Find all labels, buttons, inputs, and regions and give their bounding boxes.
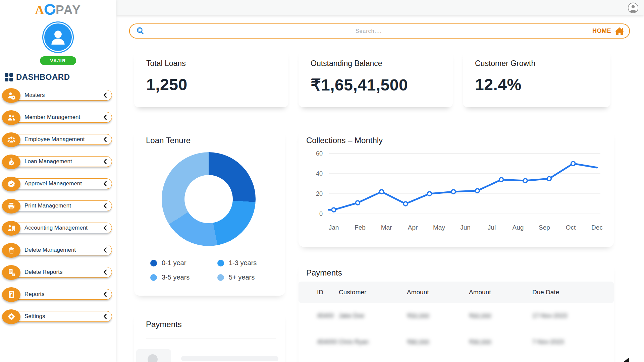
user-account-icon[interactable]	[628, 2, 639, 13]
legend-item[interactable]: 1-3 years	[217, 259, 257, 267]
svg-text:Dec: Dec	[591, 224, 603, 231]
sidebar-item-approvel-management[interactable]: Approvel Management	[3, 178, 112, 189]
top-band	[116, 0, 644, 15]
stat-card-customer-growth: Customer Growth12.4%	[463, 50, 610, 107]
payments-list-title: Payments	[146, 320, 182, 329]
payments-table-header: IDCustomerAmountAmountDue Date	[299, 282, 614, 303]
chevron-left-icon	[103, 269, 107, 275]
sidebar-menu: MastersMember ManagementEmployee Managem…	[0, 90, 116, 333]
chevron-left-icon	[103, 115, 107, 120]
table-cell-redacted: Jake Doe	[339, 312, 407, 319]
dashboard-grid-icon	[5, 73, 13, 81]
sidebar-item-accounting-management[interactable]: Accounting Management	[3, 223, 112, 233]
payments-table-card: Payments IDCustomerAmountAmountDue Date …	[299, 262, 614, 362]
svg-text:Oct: Oct	[566, 224, 576, 231]
svg-text:Jul: Jul	[488, 224, 496, 231]
chevron-left-icon	[103, 247, 107, 253]
loan-tenure-donut-chart	[162, 152, 256, 246]
username-badge: VAJIR	[40, 56, 76, 65]
sidebar-item-loan-management[interactable]: Loan Management	[3, 156, 112, 167]
svg-text:Aug: Aug	[513, 224, 524, 231]
main-area: HOME Total Loans1,250Outstanding Balance…	[116, 0, 644, 362]
sidebar-item-masters[interactable]: Masters	[3, 90, 112, 101]
payments-list-card: Payments	[134, 312, 285, 362]
gear-icon	[2, 309, 20, 324]
sidebar-item-print-management[interactable]: Print Management	[3, 200, 112, 211]
column-header: ID	[317, 289, 339, 296]
corner-resize-mark	[624, 357, 629, 362]
avatar-placeholder	[148, 354, 158, 362]
search-bar: HOME	[129, 23, 630, 39]
chevron-left-icon	[103, 159, 107, 164]
column-header: Customer	[339, 289, 407, 296]
search-icon	[136, 26, 145, 36]
people-icon	[2, 110, 20, 125]
printer-icon	[2, 199, 20, 214]
report-icon	[2, 287, 20, 302]
stat-label: Customer Growth	[475, 59, 598, 68]
sidebar-item-delete-reports[interactable]: Delete Reports	[3, 267, 112, 278]
chevron-left-icon	[103, 314, 107, 319]
badge-check-icon	[2, 177, 20, 191]
svg-text:0: 0	[319, 210, 323, 217]
collections-card: Collections – Monthly 0204060JanFebMarAp…	[299, 129, 614, 247]
sidebar-item-label: Accounting Management	[24, 225, 88, 231]
person-building-icon	[2, 221, 20, 236]
legend-item[interactable]: 5+ years	[217, 274, 257, 281]
table-cell-redacted: ₹60,000	[469, 312, 532, 320]
legend-label: 5+ years	[229, 274, 255, 281]
dashboard-label: DASHBOARD	[16, 72, 70, 82]
table-cell-redacted: 7-Nov-2023	[532, 339, 614, 346]
stat-label: Outstanding Balance	[311, 59, 441, 68]
sidebar-item-member-management[interactable]: Member Management	[3, 112, 112, 123]
chevron-left-icon	[103, 93, 107, 98]
chevron-left-icon	[103, 225, 107, 231]
stat-value: 1,250	[146, 75, 276, 94]
loan-tenure-title: Loan Tenure	[146, 136, 191, 145]
sidebar-item-label: Member Management	[24, 114, 80, 121]
sidebar-item-label: Print Management	[24, 202, 71, 209]
dashboard-header[interactable]: DASHBOARD	[5, 72, 70, 82]
person-gear-icon	[2, 88, 20, 103]
sidebar-item-label: Loan Management	[24, 158, 72, 165]
stat-label: Total Loans	[146, 59, 276, 68]
table-cell-redacted: 45400	[317, 312, 339, 319]
chevron-left-icon	[103, 181, 107, 186]
search-input[interactable]	[145, 28, 592, 34]
payments-table-title: Payments	[306, 268, 342, 278]
legend-item[interactable]: 3-5 years	[150, 274, 217, 281]
table-row[interactable]: 454000Chris Ryan₹80,000₹90,0007-Nov-2023	[299, 329, 614, 355]
logo-letter-a: A	[35, 3, 44, 17]
sidebar-item-settings[interactable]: Settings	[3, 311, 112, 322]
svg-text:Sep: Sep	[539, 224, 550, 231]
legend-label: 0-1 year	[162, 259, 186, 267]
table-row[interactable]: 45400Jake Doe₹50,000₹60,00017-Nov-2023	[299, 303, 614, 329]
table-cell-redacted: ₹50,000	[407, 312, 469, 320]
legend-label: 1-3 years	[229, 259, 257, 267]
table-cell-redacted: 17-Nov-2023	[532, 312, 614, 319]
svg-text:60: 60	[316, 150, 323, 157]
sidebar-item-employee-management[interactable]: Employee Management	[3, 134, 112, 145]
logo-letters-pay: PAY	[56, 3, 81, 17]
chevron-left-icon	[103, 292, 107, 297]
svg-text:20: 20	[316, 190, 323, 197]
legend-dot	[150, 260, 157, 266]
stat-value: 12.4%	[475, 75, 598, 94]
home-icon	[614, 26, 625, 36]
sidebar-item-label: Masters	[24, 92, 45, 99]
legend-item[interactable]: 0-1 year	[150, 259, 217, 267]
sidebar-item-delete-management[interactable]: Delete Management	[3, 245, 112, 255]
stat-card-outstanding-balance: Outstanding Balance₹1,65,41,500	[299, 50, 453, 107]
legend-dot	[217, 260, 224, 266]
column-header: Amount	[407, 289, 469, 296]
loan-tenure-card: Loan Tenure 0-1 year1-3 years3-5 years5+…	[134, 129, 285, 296]
home-button[interactable]: HOME	[592, 26, 625, 36]
collections-title: Collections – Monthly	[306, 136, 383, 145]
avatar[interactable]	[43, 22, 73, 52]
person-icon	[48, 27, 68, 48]
sidebar-item-label: Employee Management	[24, 136, 85, 143]
svg-text:Jun: Jun	[460, 224, 471, 231]
sidebar-item-reports[interactable]: Reports	[3, 289, 112, 300]
table-cell-redacted: Chris Ryan	[339, 339, 407, 346]
stats-row: Total Loans1,250Outstanding Balance₹1,65…	[134, 50, 610, 107]
